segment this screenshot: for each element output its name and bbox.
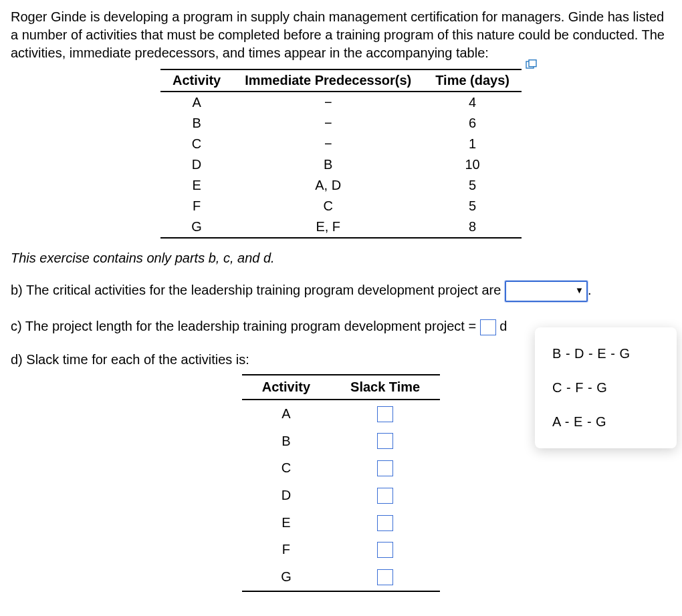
cell: 10: [423, 154, 522, 175]
question-c-text: c) The project length for the leadership…: [11, 319, 476, 333]
slack-input-a[interactable]: [377, 406, 393, 422]
cell: A, D: [233, 175, 423, 196]
table-row: D: [242, 482, 440, 509]
cell: [330, 428, 440, 455]
cell: −: [233, 134, 423, 154]
col-activity: Activity: [160, 69, 233, 92]
table-row: F: [242, 536, 440, 564]
slack-input-c[interactable]: [377, 460, 393, 476]
cell: B: [233, 154, 423, 175]
critical-path-select[interactable]: ▼: [505, 281, 588, 302]
cell: F: [242, 536, 330, 564]
cell: E: [160, 175, 233, 196]
table-row: C: [242, 454, 440, 482]
cell: [330, 400, 440, 428]
table-row: B: [242, 428, 440, 455]
cell: 4: [423, 92, 522, 113]
slack-col-time: Slack Time: [330, 375, 440, 400]
cell: 5: [423, 175, 522, 196]
problem-intro: Roger Ginde is developing a program in s…: [11, 8, 671, 62]
slack-input-f[interactable]: [377, 542, 393, 558]
cell: G: [242, 563, 330, 591]
table-row: A−4: [160, 92, 522, 113]
table-row: E: [242, 509, 440, 536]
question-b-text: b) The critical activities for the leade…: [11, 283, 501, 297]
unit-cutoff: d: [499, 319, 507, 333]
chevron-down-icon: ▼: [575, 285, 584, 297]
slack-table: Activity Slack Time A B C D E F G: [242, 374, 440, 592]
cell: [330, 509, 440, 536]
period: .: [588, 283, 592, 297]
cell: A: [160, 92, 233, 113]
cell: F: [160, 196, 233, 216]
cell: −: [233, 113, 423, 134]
activity-table: Activity Immediate Predecessor(s) Time (…: [160, 69, 522, 239]
slack-input-g[interactable]: [377, 569, 393, 585]
cell: 5: [423, 196, 522, 216]
copy-icon[interactable]: [526, 57, 538, 66]
cell: C: [242, 454, 330, 482]
cell: 8: [423, 216, 522, 238]
dropdown-option[interactable]: B - D - E - G: [535, 337, 677, 371]
slack-input-b[interactable]: [377, 433, 393, 449]
project-length-input[interactable]: [480, 319, 496, 335]
cell: E: [242, 509, 330, 536]
cell: −: [233, 92, 423, 113]
table-row: C−1: [160, 134, 522, 154]
svg-rect-1: [529, 60, 536, 67]
cell: 1: [423, 134, 522, 154]
cell: 6: [423, 113, 522, 134]
cell: E, F: [233, 216, 423, 238]
cell: B: [242, 428, 330, 455]
table-row: GE, F8: [160, 216, 522, 238]
table-row: FC5: [160, 196, 522, 216]
table-row: EA, D5: [160, 175, 522, 196]
table-row: G: [242, 563, 440, 591]
cell: D: [160, 154, 233, 175]
cell: B: [160, 113, 233, 134]
cell: [330, 482, 440, 509]
slack-input-d[interactable]: [377, 488, 393, 504]
exercise-note: This exercise contains only parts b, c, …: [11, 251, 671, 266]
cell: A: [242, 400, 330, 428]
question-b: b) The critical activities for the leade…: [11, 281, 671, 302]
cell: D: [242, 482, 330, 509]
cell: G: [160, 216, 233, 238]
dropdown-option[interactable]: A - E - G: [535, 405, 677, 439]
table-row: A: [242, 400, 440, 428]
cell: [330, 454, 440, 482]
table-row: B−6: [160, 113, 522, 134]
cell: [330, 563, 440, 591]
col-predecessors: Immediate Predecessor(s): [233, 69, 423, 92]
dropdown-option[interactable]: C - F - G: [535, 371, 677, 405]
cell: C: [160, 134, 233, 154]
critical-path-dropdown[interactable]: B - D - E - G C - F - G A - E - G: [535, 327, 677, 448]
cell: C: [233, 196, 423, 216]
col-time: Time (days): [423, 69, 522, 92]
slack-col-activity: Activity: [242, 375, 330, 400]
slack-input-e[interactable]: [377, 515, 393, 531]
table-row: DB10: [160, 154, 522, 175]
cell: [330, 536, 440, 564]
